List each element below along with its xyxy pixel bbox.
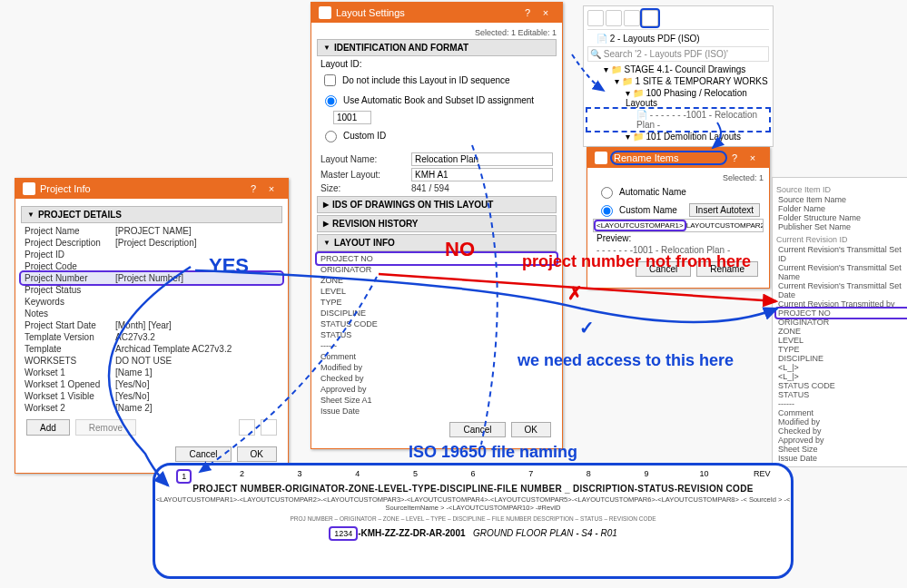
layout-book-icon[interactable] <box>606 10 622 26</box>
autotext-item[interactable]: Approved by <box>776 436 907 445</box>
exclude-checkbox[interactable] <box>324 74 336 86</box>
project-info-titlebar[interactable]: Project Info ? × <box>15 179 288 199</box>
view-map-icon[interactable] <box>587 10 604 26</box>
add-button[interactable]: Add <box>26 419 70 436</box>
ok-button[interactable]: OK <box>511 422 551 437</box>
tree-folder[interactable]: ▾ 📁 STAGE 4.1- Council Drawings <box>587 64 769 75</box>
rename-titlebar[interactable]: Rename Items ? × <box>587 148 769 168</box>
export-icon[interactable] <box>261 419 277 436</box>
ok-button[interactable]: OK <box>237 446 277 462</box>
project-info-row[interactable]: Workset 1 Visible[Yes/No] <box>21 390 282 402</box>
import-icon[interactable] <box>239 419 255 436</box>
layout-info-item[interactable]: ORIGINATOR <box>317 264 557 275</box>
layout-info-item[interactable]: Comment <box>317 351 557 362</box>
tree-folder[interactable]: ▾ 📁 100 Phasing / Relocation Layouts <box>587 87 769 109</box>
layout-settings-titlebar[interactable]: Layout Settings ? × <box>311 3 562 23</box>
project-info-row[interactable]: Template VersionAC27v3.2 <box>21 331 282 343</box>
layout-info-item[interactable]: STATUS <box>317 329 557 340</box>
cancel-button[interactable]: Cancel <box>175 446 231 462</box>
close-icon[interactable]: × <box>537 7 555 18</box>
close-icon[interactable]: × <box>262 183 281 194</box>
project-info-row[interactable]: Notes <box>21 308 282 319</box>
master-layout-field[interactable] <box>411 168 553 181</box>
autotext-item[interactable]: ------ <box>776 399 907 408</box>
help-button[interactable]: ? <box>244 183 262 194</box>
layout-info-item[interactable]: ------ <box>317 340 557 351</box>
layout-info-item[interactable]: STATUS CODE <box>317 318 557 329</box>
layout-info-item[interactable]: LEVEL <box>317 286 557 297</box>
auto-name-radio[interactable] <box>601 187 613 199</box>
layout-info-item[interactable]: Checked by <box>317 373 557 384</box>
id-format-header[interactable]: ▼IDENTIFICATION AND FORMAT <box>317 39 557 56</box>
tree-layout-item[interactable]: 📄 - - - - - - -1001 - Relocation Plan - <box>587 109 769 131</box>
layout-info-header[interactable]: ▼LAYOUT INFO <box>317 234 557 251</box>
publisher-sets-icon[interactable] <box>642 10 658 26</box>
project-info-row[interactable]: Project Description[Project Description] <box>21 237 282 249</box>
cancel-button[interactable]: Cancel <box>449 422 505 437</box>
publisher-icon[interactable] <box>624 10 640 26</box>
autotext-item[interactable]: <L_|> <box>776 363 907 372</box>
layout-info-item[interactable]: ZONE <box>317 275 557 286</box>
autotext-item[interactable]: Current Revision Transmitted by <box>776 299 907 309</box>
cancel-button[interactable]: Cancel <box>636 261 691 277</box>
layout-info-item[interactable]: Sheet Size A1 <box>317 395 557 406</box>
project-info-row[interactable]: WORKSETSDO NOT USE <box>21 355 282 367</box>
custom-id-radio[interactable] <box>325 131 337 142</box>
autotext-item[interactable]: Current Revision's Transmittal Set Date <box>776 281 907 299</box>
project-info-row[interactable]: Project Number[Project Number] <box>21 272 282 284</box>
project-info-row[interactable]: Project Code <box>21 260 282 272</box>
autotext-item[interactable]: ORIGINATOR <box>776 318 907 327</box>
custom-name-field[interactable]: <LAYOUTCUSTOMPAR1> LAYOUTCUSTOMPAR2> -<L… <box>593 219 764 232</box>
autotext-item[interactable]: Current Revision's Transmittal Set ID <box>776 245 907 263</box>
insert-autotext-button[interactable]: Insert Autotext <box>689 203 760 217</box>
close-icon[interactable]: × <box>744 152 762 163</box>
project-info-row[interactable]: Project Status <box>21 284 282 296</box>
autotext-item[interactable]: Current Revision's Transmittal Set Name <box>776 263 907 281</box>
autotext-item[interactable]: Folder Structure Name <box>776 213 907 222</box>
revision-history-header[interactable]: ▶REVISION HISTORY <box>317 215 557 232</box>
layout-info-item[interactable]: TYPE <box>317 297 557 308</box>
search-field[interactable]: 🔍 Search '2 - Layouts PDF (ISO)' <box>587 46 769 62</box>
project-info-row[interactable]: Workset 1 Opened[Yes/No] <box>21 378 282 390</box>
autotext-item[interactable]: Publisher Set Name <box>776 222 907 231</box>
autotext-item[interactable]: LEVEL <box>776 336 907 345</box>
autotext-item[interactable]: Modified by <box>776 417 907 426</box>
tree-folder[interactable]: ▾ 📁 101 Demolition Layouts <box>587 131 769 142</box>
layout-info-item[interactable]: Approved by <box>317 384 557 395</box>
autotext-item[interactable]: Folder Name <box>776 204 907 213</box>
layout-info-item[interactable]: PROJECT NO <box>317 253 557 264</box>
project-info-row[interactable]: TemplateArchicad Template AC27v3.2 <box>21 343 282 355</box>
autotext-item[interactable]: Issue Date <box>776 454 907 463</box>
autotext-item[interactable]: DISCIPLINE <box>776 354 907 363</box>
layout-info-item[interactable]: Issue Date <box>317 406 557 416</box>
layout-name-field[interactable] <box>411 152 553 166</box>
custom-name-radio[interactable] <box>601 205 613 217</box>
project-info-row[interactable]: Project ID <box>21 249 282 260</box>
ids-drawings-header[interactable]: ▶IDS OF DRAWINGS ON THIS LAYOUT <box>317 196 557 213</box>
autotext-item[interactable]: Comment <box>776 408 907 417</box>
layout-info-item[interactable]: DISCIPLINE <box>317 308 557 318</box>
project-details-header[interactable]: ▼PROJECT DETAILS <box>21 206 282 223</box>
autotext-item[interactable]: STATUS <box>776 390 907 399</box>
auto-id-radio[interactable] <box>325 95 337 107</box>
layout-info-item[interactable]: Modified by <box>317 362 557 373</box>
project-info-row[interactable]: Workset 2[Name 2] <box>21 402 282 414</box>
autotext-item[interactable]: Checked by <box>776 426 907 436</box>
id-field[interactable] <box>333 111 371 124</box>
help-button[interactable]: ? <box>518 7 537 18</box>
project-info-row[interactable]: Project Name[PROJECT NAME] <box>21 225 282 237</box>
help-button[interactable]: ? <box>725 152 744 163</box>
publisher-set-root[interactable]: 📄 2 - Layouts PDF (ISO) <box>587 33 769 44</box>
autotext-item[interactable]: PROJECT NO <box>776 309 907 318</box>
project-info-row[interactable]: Keywords <box>21 296 282 308</box>
autotext-item[interactable]: <L_|> <box>776 372 907 381</box>
autotext-item[interactable]: ZONE <box>776 327 907 336</box>
project-info-row[interactable]: Workset 1[Name 1] <box>21 367 282 378</box>
autotext-item[interactable]: Sheet Size <box>776 445 907 454</box>
rename-button[interactable]: Rename <box>696 261 758 277</box>
tree-folder[interactable]: ▾ 📁 1 SITE & TEMPORARY WORKS <box>587 75 769 87</box>
autotext-item[interactable]: STATUS CODE <box>776 381 907 390</box>
project-info-row[interactable]: Project Start Date[Month] [Year] <box>21 319 282 331</box>
autotext-item[interactable]: TYPE <box>776 345 907 354</box>
autotext-item[interactable]: Source Item Name <box>776 195 907 204</box>
